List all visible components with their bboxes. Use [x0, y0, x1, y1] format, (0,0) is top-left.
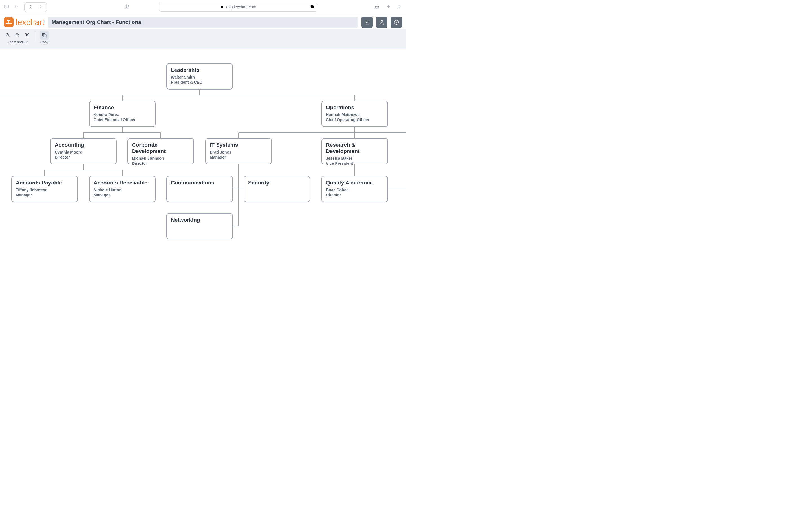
org-node-rd[interactable]: Research & DevelopmentJessica BakerVice … [321, 138, 388, 165]
forward-icon[interactable] [38, 4, 43, 10]
node-role: Vice President [326, 161, 384, 166]
node-person: Michael Johnson [132, 156, 190, 161]
node-person: Walter Smith [171, 75, 229, 79]
tab-overview-icon[interactable] [397, 4, 402, 10]
org-node-accounting[interactable]: AccountingCynthia MooreDirector [50, 138, 117, 165]
org-node-networking[interactable]: Networking [166, 213, 233, 239]
node-person: Hannah Matthews [326, 112, 384, 117]
org-node-corpdev[interactable]: Corporate DevelopmentMichael JohnsonDire… [128, 138, 194, 165]
org-node-finance[interactable]: FinanceKendra PerezChief Financial Offic… [89, 101, 156, 127]
svg-line-16 [9, 36, 10, 37]
zoom-in-button[interactable] [3, 31, 12, 40]
node-dept: Communications [171, 180, 229, 186]
copy-group: Copy [40, 31, 49, 44]
node-person: Nichole Hinton [94, 187, 151, 192]
back-icon[interactable] [28, 4, 33, 10]
chart-canvas[interactable]: LeadershipWalter SmithPresident & CEOFin… [0, 49, 406, 253]
logo-text: lexchart [16, 17, 44, 27]
org-node-comm[interactable]: Communications [166, 176, 233, 202]
org-node-security[interactable]: Security [244, 176, 310, 202]
node-dept: Leadership [171, 67, 229, 73]
zoom-group-label: Zoom and Fit [8, 40, 28, 44]
lock-icon [220, 5, 224, 9]
svg-rect-8 [400, 5, 402, 6]
logo[interactable]: lexchart [4, 17, 44, 27]
svg-rect-23 [43, 34, 46, 37]
download-button[interactable] [361, 17, 373, 28]
zoom-out-button[interactable] [13, 31, 22, 40]
svg-line-20 [18, 36, 19, 37]
shield-icon[interactable] [124, 4, 129, 10]
org-node-ap[interactable]: Accounts PayableTiffany JohnstonManager [11, 176, 78, 202]
node-role: Director [326, 193, 384, 197]
node-dept: Research & Development [326, 142, 384, 154]
zoom-group: Zoom and Fit [3, 31, 32, 44]
node-role: Manager [210, 155, 267, 159]
url-field[interactable]: app.lexchart.com [159, 3, 317, 11]
node-person: Jessica Baker [326, 156, 384, 161]
copy-button[interactable] [40, 31, 49, 40]
org-node-itsystems[interactable]: IT SystemsBrad JonesManager [205, 138, 272, 165]
sidebar-toggle-icon[interactable] [4, 4, 9, 10]
fit-button[interactable] [22, 31, 32, 40]
url-text: app.lexchart.com [226, 5, 256, 9]
node-dept: IT Systems [210, 142, 267, 148]
node-role: Manager [94, 193, 151, 197]
node-dept: Accounting [55, 142, 112, 148]
svg-rect-3 [221, 6, 223, 8]
svg-rect-22 [27, 35, 28, 36]
svg-rect-7 [398, 5, 399, 6]
browser-left-controls [4, 2, 129, 12]
copy-group-label: Copy [40, 40, 48, 44]
node-dept: Operations [326, 105, 384, 111]
org-node-qa[interactable]: Quality AssuranceBoaz CohenDirector [321, 176, 388, 202]
node-role: Chief Financial Officer [94, 117, 151, 122]
node-role: President & CEO [171, 80, 229, 84]
node-role: Director [132, 161, 190, 166]
svg-rect-10 [400, 7, 402, 8]
reload-icon[interactable] [310, 4, 314, 10]
node-person: Tiffany Johnston [16, 187, 73, 192]
node-dept: Finance [94, 105, 151, 111]
node-role: Manager [16, 193, 73, 197]
svg-rect-9 [398, 7, 399, 8]
toolbar-separator [36, 31, 36, 41]
new-tab-icon[interactable] [386, 4, 391, 10]
org-node-leadership[interactable]: LeadershipWalter SmithPresident & CEO [166, 63, 233, 90]
document-title[interactable]: Management Org Chart - Functional [48, 17, 358, 27]
node-person: Kendra Perez [94, 112, 151, 117]
browser-chrome: app.lexchart.com [0, 0, 406, 14]
svg-rect-0 [4, 5, 8, 8]
chevron-down-icon[interactable] [13, 4, 18, 10]
node-dept: Networking [171, 217, 229, 223]
logo-mark-icon [4, 17, 13, 27]
toolbar: Zoom and Fit Copy [0, 29, 406, 49]
node-role: Chief Operating Officer [326, 117, 384, 122]
node-dept: Accounts Receivable [94, 180, 151, 186]
svg-point-12 [381, 20, 383, 22]
nav-arrows [24, 2, 47, 12]
node-dept: Security [248, 180, 306, 186]
node-dept: Quality Assurance [326, 180, 384, 186]
account-button[interactable] [376, 17, 388, 28]
node-person: Boaz Cohen [326, 187, 384, 192]
org-node-operations[interactable]: OperationsHannah MatthewsChief Operating… [321, 101, 388, 127]
org-node-ar[interactable]: Accounts ReceivableNichole HintonManager [89, 176, 156, 202]
node-role: Director [55, 155, 112, 159]
node-dept: Corporate Development [132, 142, 190, 154]
app-header: lexchart Management Org Chart - Function… [0, 14, 406, 29]
node-person: Cynthia Moore [55, 150, 112, 154]
node-person: Brad Jones [210, 150, 267, 154]
node-dept: Accounts Payable [16, 180, 73, 186]
browser-right-controls [374, 4, 402, 10]
share-icon[interactable] [374, 4, 379, 10]
help-button[interactable] [391, 17, 402, 28]
